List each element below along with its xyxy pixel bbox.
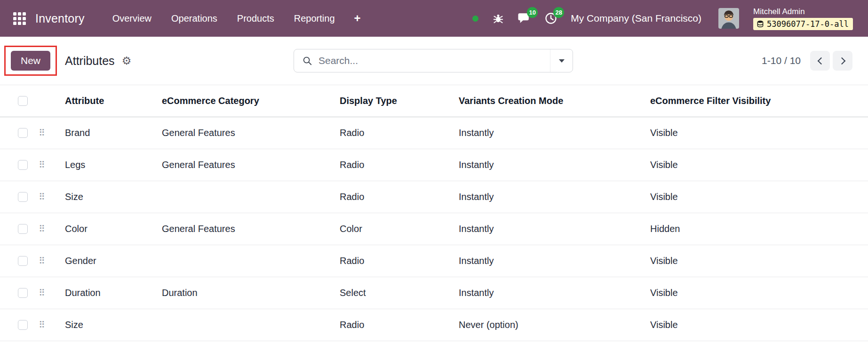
row-checkbox-cell <box>0 149 36 181</box>
select-all-cell <box>0 85 36 117</box>
database-icon <box>757 20 764 28</box>
page-title: Attributes <box>65 54 115 68</box>
cell-attribute: Legs <box>56 149 153 181</box>
row-checkbox-cell <box>0 309 36 341</box>
cell-variants-mode: Instantly <box>450 277 642 309</box>
cell-filter-visibility: Visible <box>642 181 868 213</box>
cell-variants-mode: Instantly <box>450 117 642 149</box>
row-checkbox[interactable] <box>18 288 28 298</box>
row-handle-cell: ⠿ <box>36 117 56 149</box>
row-checkbox[interactable] <box>18 192 28 202</box>
new-button[interactable]: New <box>11 51 50 71</box>
select-all-checkbox[interactable] <box>18 96 28 106</box>
column-header-attribute[interactable]: Attribute <box>56 85 153 117</box>
chevron-left-icon <box>817 57 825 64</box>
table-row[interactable]: ⠿SizeRadioInstantlyVisible <box>0 181 868 213</box>
cell-attribute: Size <box>56 309 153 341</box>
row-checkbox[interactable] <box>18 320 28 330</box>
row-checkbox-cell <box>0 277 36 309</box>
table-row[interactable]: ⠿BrandGeneral FeaturesRadioInstantlyVisi… <box>0 117 868 149</box>
cell-filter-visibility: Visible <box>642 309 868 341</box>
cell-filter-visibility: Visible <box>642 245 868 277</box>
column-header-filter-visibility[interactable]: eCommerce Filter Visibility <box>642 85 868 117</box>
database-badge-text: 53096077-17-0-all <box>767 19 849 29</box>
annotation-highlight: New <box>4 46 57 76</box>
cell-variants-mode: Instantly <box>450 149 642 181</box>
pager-next-button[interactable] <box>833 51 852 71</box>
table-header-row: Attribute eCommerce Category Display Typ… <box>0 85 868 117</box>
pager-previous-button[interactable] <box>810 51 830 71</box>
topbar: Inventory Overview Operations Products R… <box>0 0 868 37</box>
online-status-icon <box>472 16 478 22</box>
attributes-table: Attribute eCommerce Category Display Typ… <box>0 85 868 341</box>
menu-plus[interactable]: + <box>348 9 367 28</box>
breadcrumb: Attributes ⚙ <box>65 54 131 68</box>
debug-bug-icon[interactable] <box>492 12 505 25</box>
row-checkbox[interactable] <box>18 256 28 266</box>
cell-attribute: Duration <box>56 277 153 309</box>
cell-display-type: Select <box>331 277 450 309</box>
company-switcher[interactable]: My Company (San Francisco) <box>571 13 701 24</box>
menu-products[interactable]: Products <box>230 8 281 29</box>
row-checkbox[interactable] <box>18 224 28 234</box>
control-panel: New Attributes ⚙ 1-10 / 10 <box>0 37 868 85</box>
cell-category <box>153 309 331 341</box>
drag-handle-icon[interactable]: ⠿ <box>39 256 45 266</box>
messages-count-badge: 10 <box>527 7 538 18</box>
cell-display-type: Radio <box>331 309 450 341</box>
column-header-display-type[interactable]: Display Type <box>331 85 450 117</box>
table-row[interactable]: ⠿SizeRadioNever (option)Visible <box>0 309 868 341</box>
cell-variants-mode: Never (option) <box>450 309 642 341</box>
search-dropdown-toggle[interactable] <box>550 49 573 72</box>
table-row[interactable]: ⠿ColorGeneral FeaturesColorInstantlyHidd… <box>0 213 868 245</box>
cell-category <box>153 181 331 213</box>
apps-grid-icon[interactable] <box>13 12 26 25</box>
row-handle-cell: ⠿ <box>36 277 56 309</box>
cell-display-type: Radio <box>331 245 450 277</box>
messages-icon[interactable]: 10 <box>518 12 531 25</box>
search-input[interactable] <box>319 55 550 66</box>
row-handle-cell: ⠿ <box>36 181 56 213</box>
table-row[interactable]: ⠿LegsGeneral FeaturesRadioInstantlyVisib… <box>0 149 868 181</box>
cell-display-type: Radio <box>331 117 450 149</box>
cell-display-type: Radio <box>331 149 450 181</box>
chevron-down-icon <box>559 59 565 63</box>
menu-operations[interactable]: Operations <box>164 8 224 29</box>
user-menu[interactable]: Mitchell Admin 53096077-17-0-all <box>753 7 853 30</box>
menu-overview[interactable]: Overview <box>105 8 159 29</box>
drag-handle-icon[interactable]: ⠿ <box>39 160 45 170</box>
search-bar <box>294 49 573 72</box>
database-badge: 53096077-17-0-all <box>753 18 853 30</box>
drag-handle-icon[interactable]: ⠿ <box>39 128 45 138</box>
cell-display-type: Radio <box>331 181 450 213</box>
column-header-variants-mode[interactable]: Variants Creation Mode <box>450 85 642 117</box>
cell-attribute: Brand <box>56 117 153 149</box>
drag-handle-icon[interactable]: ⠿ <box>39 320 45 330</box>
user-avatar[interactable] <box>718 8 739 29</box>
drag-handle-icon[interactable]: ⠿ <box>39 192 45 202</box>
row-checkbox[interactable] <box>18 160 28 170</box>
gear-icon[interactable]: ⚙ <box>122 56 132 66</box>
pager: 1-10 / 10 <box>762 37 852 85</box>
table-row[interactable]: ⠿GenderRadioInstantlyVisible <box>0 245 868 277</box>
cell-variants-mode: Instantly <box>450 181 642 213</box>
search-icon <box>302 56 312 66</box>
table-row[interactable]: ⠿DurationDurationSelectInstantlyVisible <box>0 277 868 309</box>
app-name[interactable]: Inventory <box>35 12 85 25</box>
row-handle-cell: ⠿ <box>36 245 56 277</box>
cell-variants-mode: Instantly <box>450 213 642 245</box>
pager-range[interactable]: 1-10 / 10 <box>762 55 801 66</box>
chevron-right-icon <box>838 57 845 64</box>
drag-handle-icon[interactable]: ⠿ <box>39 288 45 298</box>
row-checkbox[interactable] <box>18 128 28 138</box>
user-name: Mitchell Admin <box>753 7 805 16</box>
drag-handle-icon[interactable]: ⠿ <box>39 224 45 234</box>
activities-clock-icon[interactable]: 28 <box>544 12 557 25</box>
row-handle-cell: ⠿ <box>36 149 56 181</box>
cell-filter-visibility: Visible <box>642 117 868 149</box>
row-handle-cell: ⠿ <box>36 213 56 245</box>
menu-reporting[interactable]: Reporting <box>287 8 342 29</box>
column-header-category[interactable]: eCommerce Category <box>153 85 331 117</box>
cell-filter-visibility: Hidden <box>642 213 868 245</box>
cell-attribute: Gender <box>56 245 153 277</box>
